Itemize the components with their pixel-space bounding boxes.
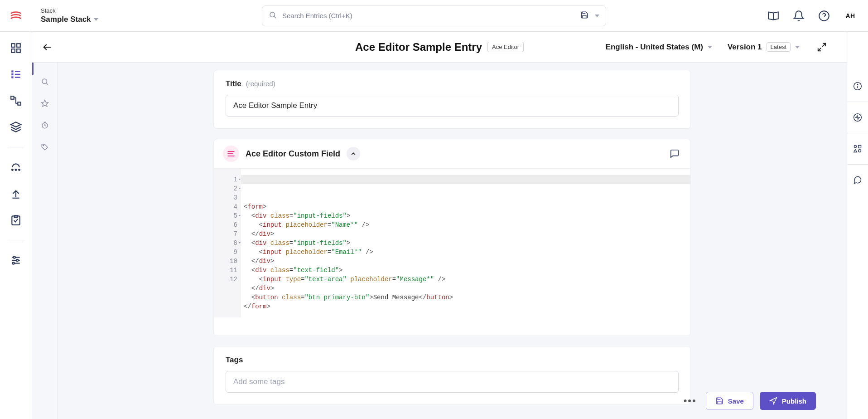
topbar: Stack Sample Stack [0,0,868,32]
ace-editor-card: Ace Editor Custom Field 123456789101112 … [213,139,691,336]
help-icon[interactable] [817,9,831,23]
more-actions-button[interactable]: ••• [684,395,697,407]
locale-label: English - United States (M) [606,43,703,52]
widgets-panel-icon[interactable] [853,144,862,153]
svg-point-18 [12,169,13,171]
title-input[interactable] [226,95,679,117]
svg-point-41 [854,146,857,148]
svg-line-1 [274,16,275,18]
save-button-label: Save [728,397,744,405]
title-field-hint: (required) [246,80,275,88]
svg-rect-8 [11,49,15,53]
brand-icon[interactable] [8,8,24,24]
nav-settings-icon[interactable] [10,254,22,267]
svg-point-19 [15,169,17,171]
save-search-icon[interactable] [580,11,588,20]
ace-field-label: Ace Editor Custom Field [246,149,340,159]
notifications-icon[interactable] [792,9,805,23]
tags-input[interactable] [226,371,679,393]
maximize-button[interactable] [815,40,829,54]
svg-rect-6 [17,44,20,47]
nav-publish-queue-icon[interactable] [10,187,22,200]
filter-favorites-icon[interactable] [40,99,49,108]
chevron-down-icon [708,46,712,49]
content-type-badge: Ace Editor [487,42,524,52]
svg-marker-48 [770,398,776,404]
filter-search-icon[interactable] [40,77,49,86]
svg-rect-9 [11,70,13,72]
editor-code[interactable]: <form> <div class="input-fields"> <input… [241,169,690,317]
svg-point-3 [819,11,829,21]
version-selector[interactable]: Version 1 Latest [728,42,800,52]
svg-point-44 [858,150,861,152]
user-avatar[interactable]: AH [843,8,858,24]
rail-separator [8,147,24,147]
nav-content-models-icon[interactable] [10,94,22,107]
ace-code-editor[interactable]: 123456789101112 <form> <div class="input… [214,169,690,336]
version-label: Version 1 [728,43,762,52]
main-content: Title (required) Ace Editor Custom Field [58,63,847,419]
svg-line-36 [818,48,821,50]
locale-selector[interactable]: English - United States (M) [606,43,712,52]
ace-field-icon [223,146,239,162]
editor-gutter: 123456789101112 [214,169,241,317]
svg-marker-43 [854,150,857,152]
collapse-button[interactable] [347,147,360,161]
nav-dashboard-icon[interactable] [10,42,22,54]
svg-rect-7 [17,49,20,53]
entry-filter-rail [32,32,58,419]
active-line-highlight [241,175,690,184]
search-bar[interactable] [262,5,606,26]
comments-panel-icon[interactable] [853,175,862,185]
topbar-right: AH [767,8,858,24]
title-group: Ace Editor Sample Entry Ace Editor [355,41,524,54]
title-field-label: Title [226,79,241,88]
svg-point-26 [16,259,18,261]
svg-rect-11 [11,73,13,75]
stack-selector[interactable]: Stack Sample Stack [41,7,98,24]
nav-assets-icon[interactable] [10,121,22,133]
chevron-down-icon [795,46,800,49]
scroll-area[interactable]: Title (required) Ace Editor Custom Field [58,63,847,419]
save-button[interactable]: Save [706,392,753,410]
left-nav-rail [0,32,32,419]
footer-actions: ••• Save Publish [684,392,816,410]
page-title: Ace Editor Sample Entry [355,41,482,54]
version-badge: Latest [767,42,791,52]
nav-tasks-icon[interactable] [10,214,22,226]
entry-side-rail [847,32,868,419]
docs-icon[interactable] [767,9,780,23]
svg-marker-17 [11,122,21,127]
svg-point-20 [19,169,20,171]
info-panel-icon[interactable] [853,82,862,91]
chevron-down-icon [94,18,98,21]
filter-tags-icon[interactable] [40,142,49,151]
tags-field-card: Tags [213,346,691,405]
field-comment-icon[interactable] [668,147,681,161]
publish-button[interactable]: Publish [760,392,816,410]
tags-field-label: Tags [226,356,243,365]
search-wrap [262,5,606,26]
back-button[interactable] [40,40,54,54]
filter-recent-icon[interactable] [40,121,49,130]
svg-point-39 [857,84,858,85]
svg-rect-15 [11,96,14,99]
publish-button-label: Publish [782,397,806,405]
svg-marker-31 [41,100,48,107]
svg-point-24 [14,256,15,258]
svg-line-30 [46,83,48,84]
entry-subheader: Ace Editor Sample Entry Ace Editor Engli… [32,32,847,63]
search-dropdown-icon[interactable] [595,15,599,17]
svg-rect-42 [858,146,861,148]
svg-rect-5 [11,44,15,47]
activity-panel-icon[interactable] [853,113,862,122]
search-input[interactable] [282,12,575,19]
svg-point-29 [42,79,47,84]
stack-name: Sample Stack [41,15,91,24]
svg-rect-16 [18,102,21,105]
nav-releases-icon[interactable] [10,161,22,174]
svg-rect-13 [11,76,13,78]
nav-entries-icon[interactable] [10,68,22,81]
svg-line-35 [823,43,825,46]
stack-label: Stack [41,7,98,15]
